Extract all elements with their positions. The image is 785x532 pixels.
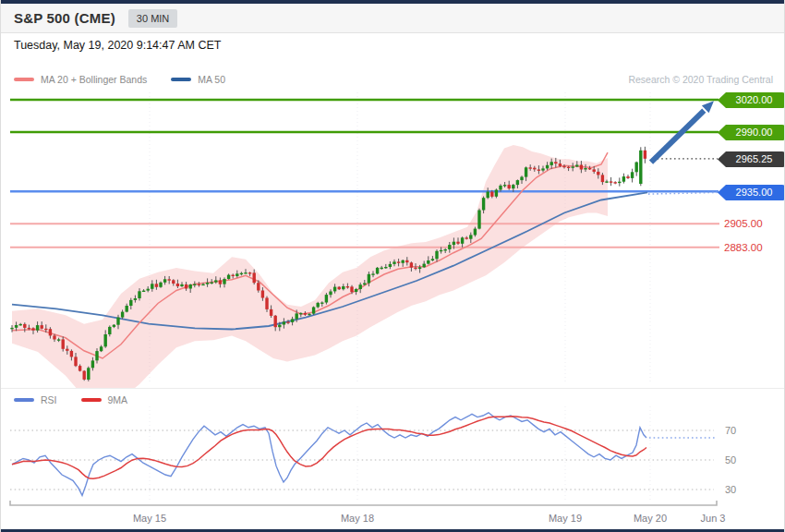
legend-item-rsi: RSI xyxy=(14,394,57,405)
resistance-tag-2990: 2990.00 xyxy=(718,125,785,140)
legend-item-9ma: 9MA xyxy=(81,394,128,405)
ma20-bollinger-swatch-icon xyxy=(14,78,34,81)
research-credit: Research © 2020 Trading Central xyxy=(628,74,773,85)
last-price-tag: 2965.25 xyxy=(718,151,785,167)
rsi-legend: RSI 9MA xyxy=(14,394,127,405)
rsi-swatch-icon xyxy=(14,398,34,402)
ma50-label: MA 50 xyxy=(198,74,225,85)
price-chart-svg xyxy=(1,88,785,388)
support-label-2905: 2905.00 xyxy=(724,218,763,229)
resistance-tag-3020: 3020.00 xyxy=(718,92,785,108)
chart-header: S&P 500 (CME) 30 MIN xyxy=(1,4,784,33)
timeframe-badge[interactable]: 30 MIN xyxy=(128,9,177,28)
legend-item-ma50: MA 50 xyxy=(171,74,225,85)
svg-text:50: 50 xyxy=(725,454,736,466)
timestamp-line: Tuesday, May 19, 2020 9:14:47 AM CET xyxy=(14,39,221,52)
support-label-2883: 2883.00 xyxy=(724,242,763,253)
svg-text:May 18: May 18 xyxy=(341,513,374,524)
rsi-panel-separator xyxy=(1,388,784,389)
ma20-bollinger-label: MA 20 + Bollinger Bands xyxy=(41,74,147,85)
ma9-label: 9MA xyxy=(108,394,128,405)
ma50-swatch-icon xyxy=(171,78,191,81)
svg-text:Jun 3: Jun 3 xyxy=(701,513,726,524)
rsi-chart-svg: 705030May 15May 18May 19May 20Jun 3 xyxy=(1,393,785,532)
symbol-title: S&P 500 (CME) xyxy=(14,10,115,26)
svg-text:May 20: May 20 xyxy=(634,513,667,524)
svg-text:70: 70 xyxy=(725,425,736,436)
svg-text:May 19: May 19 xyxy=(549,513,582,524)
svg-text:30: 30 xyxy=(725,484,736,495)
legend-item-ma20-bollinger: MA 20 + Bollinger Bands xyxy=(14,74,147,85)
trading-central-chart-page: S&P 500 (CME) 30 MIN Tuesday, May 19, 20… xyxy=(0,0,785,532)
pivot-tag-2935: 2935.00 xyxy=(718,185,785,200)
rsi-label: RSI xyxy=(41,394,57,405)
price-chart-legend: MA 20 + Bollinger Bands MA 50 xyxy=(14,74,249,85)
ma9-swatch-icon xyxy=(81,398,102,402)
svg-text:May 15: May 15 xyxy=(133,513,166,524)
